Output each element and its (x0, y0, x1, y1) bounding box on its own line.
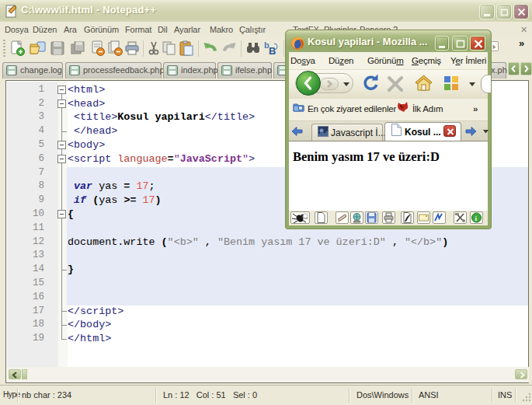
svg-text:B: B (269, 45, 276, 57)
